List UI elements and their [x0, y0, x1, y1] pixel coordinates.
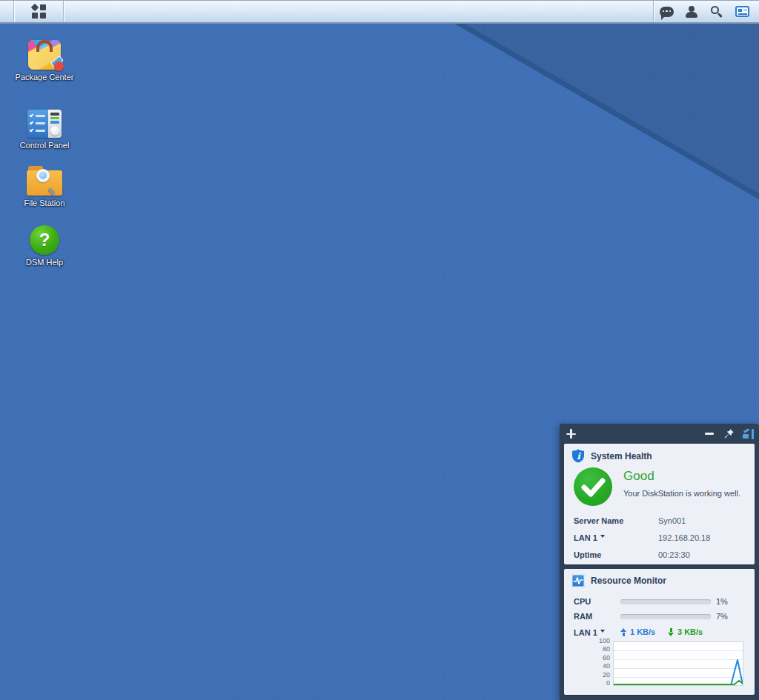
desktop-icon-label: File Station	[14, 199, 75, 208]
ram-percent: 7%	[716, 612, 728, 621]
package-center-icon	[27, 34, 62, 70]
minimize-panel-button[interactable]	[701, 424, 717, 444]
checkmark-icon	[574, 467, 612, 506]
server-name-value: Syn001	[658, 516, 686, 525]
chart-y-axis: 100 80 60 40 20 0	[564, 638, 610, 687]
y-tick: 20	[564, 672, 610, 679]
app-grid-icon	[32, 4, 46, 19]
system-health-widget: i System Health Good Your DiskStation is…	[564, 444, 755, 564]
taskbar-left-strip	[0, 1, 13, 22]
user-icon	[685, 6, 698, 18]
resource-monitor-header[interactable]: Resource Monitor	[564, 569, 755, 587]
system-info-rows: Server Name Syn001 LAN 1 192.168.20.18 U…	[564, 513, 755, 564]
desktop-icon-label: Package Center	[14, 73, 75, 82]
taskbar-spacer	[64, 1, 653, 22]
y-tick: 40	[564, 663, 610, 670]
cpu-meter	[620, 599, 711, 604]
notifications-icon	[660, 7, 674, 17]
cpu-label: CPU	[574, 597, 591, 606]
plus-icon	[566, 429, 576, 439]
desktop-icon-label: DSM Help	[14, 258, 75, 267]
widget-panel-header	[560, 424, 759, 444]
widget-panel: i System Health Good Your DiskStation is…	[560, 424, 759, 700]
control-panel-icon	[27, 102, 62, 138]
dock-icon	[742, 429, 754, 439]
system-health-shield-icon: i	[571, 449, 585, 463]
ram-label: RAM	[574, 612, 592, 621]
desktop-icon-label: Control Panel	[14, 141, 75, 150]
system-health-title: System Health	[591, 451, 652, 461]
y-tick: 60	[564, 655, 610, 661]
chevron-down-icon	[600, 630, 605, 635]
desktop-icon-package-center[interactable]: Package Center	[9, 34, 80, 82]
lan-traffic-dropdown[interactable]: LAN 1	[574, 628, 605, 637]
taskbar-right-icons	[654, 1, 759, 22]
cpu-meter-row: CPU 1%	[564, 596, 755, 609]
minus-icon	[705, 433, 714, 435]
server-name-row: Server Name Syn001	[564, 513, 755, 530]
upload-rate: 1 KB/s	[620, 627, 655, 636]
download-arrow-icon	[668, 628, 675, 636]
notifications-button[interactable]	[654, 1, 679, 23]
lan-ip-value: 192.168.20.18	[658, 533, 710, 542]
dock-panel-button[interactable]	[740, 424, 756, 444]
download-rate: 3 KB/s	[668, 627, 703, 636]
chart-plot-area	[613, 641, 743, 686]
desktop-icon-dsm-help[interactable]: ? DSM Help	[9, 219, 80, 267]
uptime-label: Uptime	[574, 550, 601, 559]
ram-meter-row: RAM 7%	[564, 610, 755, 624]
resource-monitor-title: Resource Monitor	[591, 576, 666, 586]
health-status-detail: Your DiskStation is working well.	[623, 489, 740, 498]
chevron-down-icon	[600, 535, 605, 540]
desktop-icon-control-panel[interactable]: Control Panel	[9, 102, 80, 150]
uptime-value: 00:23:30	[658, 550, 690, 559]
search-button[interactable]	[704, 1, 729, 23]
dsm-help-icon: ?	[30, 219, 59, 255]
upload-arrow-icon	[620, 628, 627, 636]
file-station-icon	[27, 160, 62, 196]
y-tick: 0	[564, 680, 610, 687]
uptime-row: Uptime 00:23:30	[564, 547, 755, 564]
taskbar	[0, 0, 759, 24]
dsm-desktop: Package Center C	[0, 0, 759, 700]
y-tick: 80	[564, 646, 610, 653]
health-status-icon	[574, 467, 612, 506]
health-status-text: Good	[623, 469, 654, 484]
add-widget-button[interactable]	[563, 424, 579, 444]
traffic-chart-svg	[614, 642, 743, 685]
widgets-toggle-button[interactable]	[729, 1, 755, 23]
system-health-header[interactable]: i System Health	[564, 444, 755, 463]
lan-row: LAN 1 192.168.20.18	[564, 530, 755, 547]
main-menu-button[interactable]	[14, 1, 63, 22]
network-traffic-chart: 100 80 60 40 20 0	[564, 640, 755, 692]
y-tick: 100	[564, 638, 610, 644]
cpu-percent: 1%	[716, 597, 728, 606]
pin-icon	[723, 428, 735, 440]
user-menu-button[interactable]	[679, 1, 704, 23]
server-name-label: Server Name	[574, 516, 623, 525]
resource-monitor-widget: Resource Monitor CPU 1% RAM 7% LAN 1 1 K…	[564, 569, 755, 695]
resource-monitor-pulse-icon	[571, 574, 585, 587]
search-icon	[710, 5, 723, 19]
pin-panel-button[interactable]	[720, 424, 737, 444]
desktop-icon-file-station[interactable]: File Station	[9, 160, 80, 208]
ram-meter	[620, 614, 711, 619]
lan-dropdown[interactable]: LAN 1	[574, 533, 605, 542]
widgets-icon	[735, 6, 749, 17]
